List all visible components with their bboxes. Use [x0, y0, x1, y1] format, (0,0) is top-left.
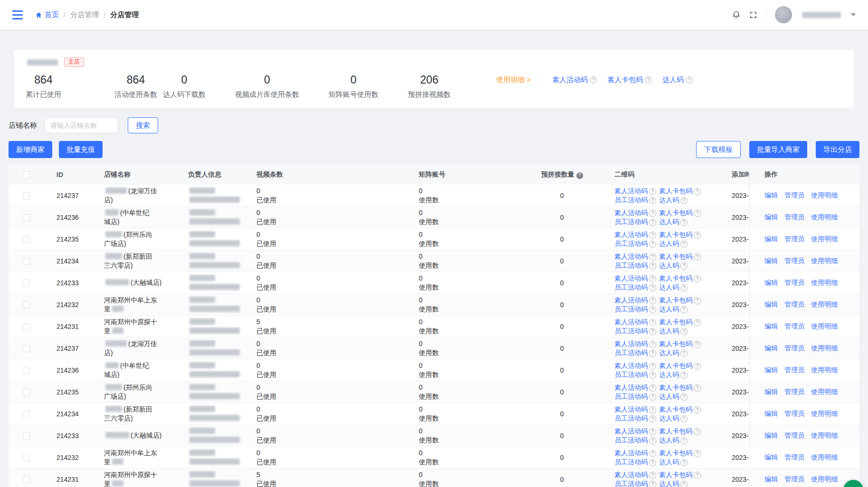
amateur-activity-code-link[interactable]: 素人活动码 [552, 75, 588, 84]
amateur-card-code-link[interactable]: 素人卡包码 [659, 187, 692, 195]
help-icon[interactable]: ? [694, 232, 701, 239]
download-template-button[interactable]: 下载模板 [696, 141, 741, 158]
row-checkbox[interactable] [23, 345, 30, 352]
talent-code-link[interactable]: 达人码 [659, 218, 679, 225]
staff-activity-code-link[interactable]: 员工活动码 [614, 371, 648, 378]
admin-link[interactable]: 管理员 [784, 213, 804, 222]
admin-link[interactable]: 管理员 [784, 431, 804, 440]
admin-link[interactable]: 管理员 [784, 257, 804, 265]
help-icon[interactable]: ? [694, 275, 701, 282]
edit-link[interactable]: 编辑 [764, 475, 778, 484]
help-icon[interactable]: ? [694, 406, 701, 413]
amateur-card-code-link[interactable]: 素人卡包码 [659, 405, 692, 413]
usage-detail-link[interactable]: 使用明细 [811, 453, 838, 462]
staff-activity-code-link[interactable]: 员工活动码 [614, 327, 648, 335]
edit-link[interactable]: 编辑 [764, 388, 778, 396]
amateur-card-code-link[interactable]: 素人卡包码 [659, 274, 692, 282]
row-checkbox[interactable] [23, 432, 30, 440]
help-icon[interactable]: ? [694, 472, 701, 479]
avatar[interactable] [775, 6, 792, 23]
amateur-card-code-link[interactable]: 素人卡包码 [659, 449, 692, 457]
row-checkbox[interactable] [23, 411, 30, 418]
help-icon[interactable]: ? [649, 232, 656, 239]
staff-activity-code-link[interactable]: 员工活动码 [614, 393, 648, 400]
admin-link[interactable]: 管理员 [784, 191, 804, 200]
help-icon[interactable]: ? [649, 297, 656, 304]
help-icon[interactable]: ? [694, 319, 701, 326]
help-icon[interactable]: ? [680, 328, 688, 335]
amateur-activity-code-link[interactable]: 素人活动码 [614, 274, 648, 282]
usage-detail-link[interactable]: 使用明细 > [496, 75, 531, 84]
breadcrumb-home[interactable]: 首页 [35, 10, 59, 19]
staff-activity-code-link[interactable]: 员工活动码 [614, 458, 648, 466]
talent-code-link[interactable]: 达人码 [659, 283, 679, 291]
row-checkbox[interactable] [23, 367, 30, 374]
help-icon[interactable]: ? [680, 459, 688, 466]
edit-link[interactable]: 编辑 [764, 213, 778, 222]
usage-detail-link[interactable]: 使用明细 [811, 344, 838, 353]
row-checkbox[interactable] [23, 214, 30, 221]
staff-activity-code-link[interactable]: 员工活动码 [614, 414, 648, 422]
amateur-activity-code-link[interactable]: 素人活动码 [614, 296, 648, 304]
edit-link[interactable]: 编辑 [764, 410, 778, 418]
talent-code-link[interactable]: 达人码 [659, 458, 679, 466]
admin-link[interactable]: 管理员 [784, 279, 804, 287]
info-icon[interactable]: ? [576, 172, 583, 179]
usage-detail-link[interactable]: 使用明细 [811, 475, 838, 484]
amateur-activity-code-link[interactable]: 素人活动码 [614, 318, 648, 326]
help-icon[interactable]: ? [649, 450, 656, 457]
amateur-card-code-link[interactable]: 素人卡包码 [659, 253, 692, 260]
amateur-activity-code-link[interactable]: 素人活动码 [614, 471, 648, 478]
help-icon[interactable]: ? [649, 341, 656, 348]
amateur-card-code-link[interactable]: 素人卡包码 [659, 427, 692, 435]
row-checkbox[interactable] [23, 389, 30, 396]
row-checkbox[interactable] [23, 454, 30, 461]
amateur-activity-code-link[interactable]: 素人活动码 [614, 405, 648, 413]
admin-link[interactable]: 管理员 [784, 300, 804, 309]
amateur-activity-code-link[interactable]: 素人活动码 [614, 231, 648, 238]
staff-activity-code-link[interactable]: 员工活动码 [614, 196, 648, 204]
edit-link[interactable]: 编辑 [764, 257, 778, 265]
help-icon[interactable]: ? [590, 76, 597, 84]
help-icon[interactable]: ? [649, 363, 656, 370]
help-icon[interactable]: ? [680, 481, 688, 487]
help-icon[interactable]: ? [649, 188, 656, 195]
help-icon[interactable]: ? [680, 219, 688, 226]
help-icon[interactable]: ? [686, 76, 693, 84]
add-merchant-button[interactable]: 新增商家 [9, 141, 52, 158]
usage-detail-link[interactable]: 使用明细 [811, 322, 838, 331]
staff-activity-code-link[interactable]: 员工活动码 [614, 349, 648, 356]
breadcrumb-parent[interactable]: 分店管理 [70, 10, 99, 19]
help-icon[interactable]: ? [694, 253, 701, 261]
row-checkbox[interactable] [23, 323, 30, 330]
staff-activity-code-link[interactable]: 员工活动码 [614, 218, 648, 225]
amateur-activity-code-link[interactable]: 素人活动码 [614, 187, 648, 195]
staff-activity-code-link[interactable]: 员工活动码 [614, 436, 648, 444]
help-icon[interactable]: ? [694, 341, 701, 348]
edit-link[interactable]: 编辑 [764, 191, 778, 200]
help-icon[interactable]: ? [680, 393, 688, 401]
talent-code-link[interactable]: 达人码 [659, 371, 679, 378]
amateur-card-code-link[interactable]: 素人卡包码 [659, 340, 692, 347]
batch-import-button[interactable]: 批量导入商家 [749, 141, 807, 158]
talent-code-link[interactable]: 达人码 [659, 262, 679, 269]
amateur-activity-code-link[interactable]: 素人活动码 [614, 427, 648, 435]
edit-link[interactable]: 编辑 [764, 453, 778, 462]
admin-link[interactable]: 管理员 [784, 344, 804, 353]
staff-activity-code-link[interactable]: 员工活动码 [614, 283, 648, 291]
help-icon[interactable]: ? [649, 262, 656, 270]
help-icon[interactable]: ? [649, 319, 656, 326]
usage-detail-link[interactable]: 使用明细 [811, 191, 838, 200]
help-icon[interactable]: ? [649, 284, 656, 291]
help-icon[interactable]: ? [649, 241, 656, 248]
fullscreen-icon[interactable] [749, 11, 757, 19]
edit-link[interactable]: 编辑 [764, 431, 778, 440]
admin-link[interactable]: 管理员 [784, 388, 804, 396]
row-checkbox[interactable] [23, 236, 30, 243]
help-icon[interactable]: ? [649, 472, 656, 479]
row-checkbox[interactable] [23, 192, 30, 199]
help-icon[interactable]: ? [649, 415, 656, 422]
amateur-card-code-link[interactable]: 素人卡包码 [659, 318, 692, 326]
talent-code-link[interactable]: 达人码 [659, 414, 679, 422]
help-icon[interactable]: ? [649, 406, 656, 413]
